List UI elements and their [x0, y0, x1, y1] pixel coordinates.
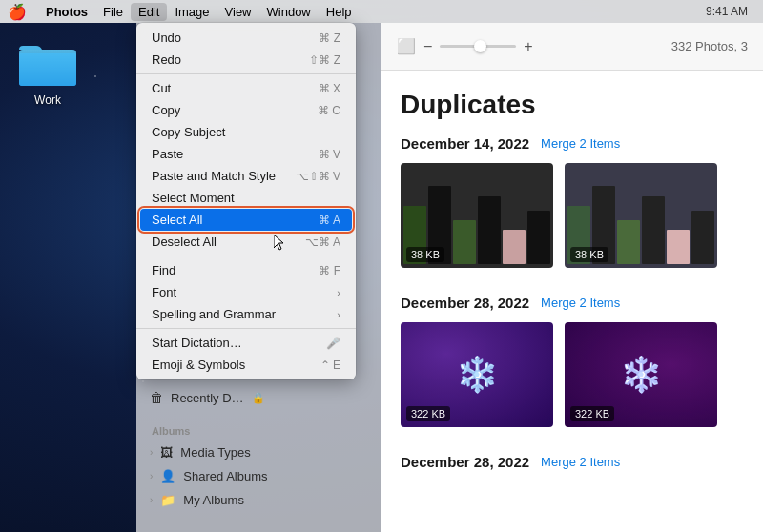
- menubar-view[interactable]: View: [217, 3, 259, 21]
- menu-item-deselect-all-label: Deselect All: [152, 235, 298, 249]
- menu-item-cut-shortcut: ⌘ X: [319, 82, 340, 95]
- photo-row-1: 38 KB: [401, 163, 744, 268]
- photo-thumb-2a[interactable]: ❄️ 322 KB: [401, 322, 553, 427]
- zoom-slider[interactable]: [440, 45, 516, 48]
- group-header-2: December 28, 2022 Merge 2 Items: [401, 295, 744, 311]
- menu-item-select-all[interactable]: Select All ⌘ A: [140, 209, 352, 231]
- menubar-edit[interactable]: Edit: [131, 3, 167, 21]
- chevron-right-icon3: ›: [150, 495, 153, 505]
- recently-deleted-row[interactable]: 🗑 Recently D… 🔒: [136, 385, 384, 410]
- lock-icon: 🔒: [252, 392, 265, 404]
- toolbar-info: 332 Photos, 3: [671, 39, 748, 53]
- photo-badge-1a: 38 KB: [406, 247, 444, 262]
- menu-item-paste-shortcut: ⌘ V: [319, 148, 340, 161]
- shared-albums-label: Shared Albums: [183, 469, 267, 483]
- menubar: 🍎 Photos File Edit Image View Window Hel…: [0, 0, 763, 23]
- main-content: Duplicates December 14, 2022 Merge 2 Ite…: [382, 71, 763, 532]
- menubar-file[interactable]: File: [95, 3, 131, 21]
- desktop: 🍎 Photos File Edit Image View Window Hel…: [0, 0, 763, 532]
- menu-item-find-label: Find: [152, 263, 311, 277]
- menu-item-paste-label: Paste: [152, 147, 311, 161]
- menu-item-copy-shortcut: ⌘ C: [318, 104, 340, 117]
- zoom-minus-icon[interactable]: −: [423, 38, 432, 55]
- my-albums-icon: 📁: [160, 493, 175, 507]
- photo-row-2: ❄️ 322 KB ❄️ 322 KB: [401, 322, 744, 427]
- group-date-1: December 14, 2022: [401, 135, 529, 152]
- menu-item-select-all-shortcut: ⌘ A: [319, 214, 340, 227]
- sidebar-item-shared-albums[interactable]: › 👤 Shared Albums: [136, 464, 384, 488]
- menu-item-redo-shortcut: ⇧⌘ Z: [309, 53, 340, 67]
- group-merge-3[interactable]: Merge 2 Items: [541, 455, 620, 469]
- menu-item-copy[interactable]: Copy ⌘ C: [136, 99, 356, 121]
- folder-label: Work: [34, 93, 61, 107]
- photo-thumb-1a[interactable]: 38 KB: [401, 163, 553, 268]
- menu-item-select-moment[interactable]: Select Moment: [136, 187, 356, 209]
- menu-item-copy-subject[interactable]: Copy Subject: [136, 121, 356, 143]
- recently-deleted-label: Recently D…: [171, 391, 244, 405]
- menu-item-dictation-shortcut: 🎤: [326, 337, 340, 350]
- menu-item-undo-shortcut: ⌘ Z: [319, 31, 340, 45]
- main-toolbar: ⬜ − + 332 Photos, 3: [382, 23, 763, 71]
- menu-item-paste-match-shortcut: ⌥⇧⌘ V: [296, 170, 340, 183]
- menu-item-copy-subject-label: Copy Subject: [152, 125, 340, 139]
- photo-thumb-2b[interactable]: ❄️ 322 KB: [565, 322, 717, 427]
- menu-item-emoji-shortcut: ⌃ E: [320, 358, 340, 372]
- menu-item-paste[interactable]: Paste ⌘ V: [136, 143, 356, 165]
- shared-albums-icon: 👤: [160, 469, 175, 483]
- group-date-3: December 28, 2022: [401, 454, 529, 470]
- group-date-2: December 28, 2022: [401, 295, 529, 311]
- photo-badge-2a: 322 KB: [406, 406, 450, 421]
- menu-item-undo[interactable]: Undo ⌘ Z: [136, 27, 356, 49]
- zoom-plus-icon[interactable]: +: [524, 38, 532, 55]
- menu-item-font[interactable]: Font ›: [136, 281, 356, 303]
- divider-1: [136, 73, 356, 74]
- menu-item-cut-label: Cut: [152, 81, 311, 95]
- menu-item-cut[interactable]: Cut ⌘ X: [136, 77, 356, 99]
- apple-menu[interactable]: 🍎: [8, 3, 27, 21]
- duplicate-group-3: December 28, 2022 Merge 2 Items: [401, 454, 744, 470]
- menu-item-undo-label: Undo: [152, 31, 311, 45]
- main-panel: ⬜ − + 332 Photos, 3 Duplicates December …: [382, 23, 763, 532]
- edit-dropdown-menu: Undo ⌘ Z Redo ⇧⌘ Z Cut ⌘ X Copy ⌘ C Copy…: [136, 23, 356, 379]
- menu-item-redo[interactable]: Redo ⇧⌘ Z: [136, 49, 356, 71]
- group-header-1: December 14, 2022 Merge 2 Items: [401, 135, 744, 152]
- menu-item-deselect-all-shortcut: ⌥⌘ A: [305, 235, 340, 249]
- menu-item-spelling-label: Spelling and Grammar: [152, 307, 337, 321]
- spelling-submenu-arrow: ›: [337, 309, 340, 320]
- trash-icon: 🗑: [150, 390, 163, 405]
- menu-item-dictation[interactable]: Start Dictation… 🎤: [136, 332, 356, 354]
- menu-item-dictation-label: Start Dictation…: [152, 336, 319, 350]
- divider-3: [136, 328, 356, 329]
- duplicate-group-1: December 14, 2022 Merge 2 Items: [401, 135, 744, 268]
- menu-item-paste-match-label: Paste and Match Style: [152, 169, 288, 183]
- menubar-photos[interactable]: Photos: [38, 3, 95, 21]
- media-types-label: Media Types: [180, 445, 250, 460]
- menubar-help[interactable]: Help: [319, 3, 360, 21]
- albums-section-label: Albums: [136, 410, 384, 440]
- menu-item-paste-match[interactable]: Paste and Match Style ⌥⇧⌘ V: [136, 165, 356, 187]
- chevron-right-icon2: ›: [150, 471, 153, 481]
- aspect-ratio-icon: ⬜: [397, 37, 416, 55]
- chevron-right-icon: ›: [150, 447, 153, 458]
- photo-badge-1b: 38 KB: [570, 247, 608, 262]
- menu-item-emoji-label: Emoji & Symbols: [152, 358, 313, 372]
- menu-item-find-shortcut: ⌘ F: [319, 264, 340, 277]
- menu-item-find[interactable]: Find ⌘ F: [136, 259, 356, 281]
- work-folder-icon[interactable]: Work: [10, 36, 86, 107]
- group-merge-2[interactable]: Merge 2 Items: [541, 296, 620, 310]
- menubar-image[interactable]: Image: [167, 3, 217, 21]
- menu-item-emoji[interactable]: Emoji & Symbols ⌃ E: [136, 354, 356, 376]
- duplicate-group-2: December 28, 2022 Merge 2 Items ❄️ 322 K…: [401, 295, 744, 427]
- sidebar-item-my-albums[interactable]: › 📁 My Albums: [136, 488, 384, 512]
- group-header-3: December 28, 2022 Merge 2 Items: [401, 454, 744, 470]
- folder-icon: [17, 36, 78, 90]
- menu-item-spelling[interactable]: Spelling and Grammar ›: [136, 303, 356, 325]
- menu-item-select-moment-label: Select Moment: [152, 191, 340, 205]
- section-title: Duplicates: [401, 90, 744, 120]
- photo-thumb-1b[interactable]: 38 KB: [565, 163, 717, 268]
- group-merge-1[interactable]: Merge 2 Items: [541, 136, 620, 151]
- menubar-window[interactable]: Window: [259, 3, 319, 21]
- menu-item-deselect-all[interactable]: Deselect All ⌥⌘ A: [136, 231, 356, 253]
- sidebar-item-media-types[interactable]: › 🖼 Media Types: [136, 440, 384, 464]
- divider-2: [136, 256, 356, 256]
